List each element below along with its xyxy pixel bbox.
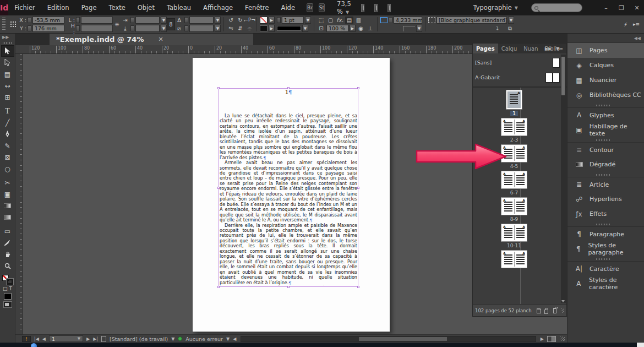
master-sans[interactable]: [Sans]	[475, 55, 560, 70]
spread-12-13-item[interactable]: A A	[473, 250, 555, 269]
line-tool[interactable]: ╱	[1, 117, 14, 128]
control-panel-menu-icon[interactable]: ▸≡	[633, 21, 640, 27]
link-scale-icon[interactable]: 8	[167, 18, 175, 30]
panel-button-glyphes[interactable]: A Glyphes	[567, 107, 644, 122]
shear-dropdown[interactable]: ▼	[215, 25, 221, 32]
shear-field[interactable]	[189, 25, 214, 32]
expand-dock-icon[interactable]: ▶▶	[0, 34, 15, 41]
scale-y-field[interactable]	[135, 25, 160, 32]
panel-button-degrade[interactable]: Dégradé	[567, 157, 644, 172]
opacity-field[interactable]: 100 %	[326, 25, 348, 32]
gradient-tool[interactable]	[1, 200, 14, 212]
quick-apply-lightning-icon[interactable]: ⚡	[624, 21, 627, 28]
search-box[interactable]	[531, 3, 582, 12]
textwrap-around-icon[interactable]: ▥	[354, 17, 363, 24]
page-1-canvas[interactable]: 1¶ La lune se détachait dans le ciel, pr…	[193, 58, 390, 332]
master-a-gabarit[interactable]: A-Gabarit	[475, 70, 560, 85]
new-page-button[interactable]	[545, 308, 548, 313]
first-page-button[interactable]: |◀	[34, 337, 39, 341]
eyedropper-tool[interactable]	[1, 237, 14, 248]
text-frame[interactable]: 1¶ La lune se détachait dans le ciel, pr…	[219, 88, 358, 287]
page-1-item[interactable]: A A 1	[473, 90, 555, 116]
collapse-dock-icon[interactable]: ◀◀	[634, 36, 641, 41]
document-tab[interactable]: *Exemple.indd @ 74% ✕	[50, 34, 253, 45]
panel-button-contour[interactable]: ≡ Contour	[567, 142, 644, 157]
formatting-affects-container-icon[interactable]: □	[3, 286, 8, 291]
y-field[interactable]: 176 mm	[32, 25, 64, 32]
scale-x-stepper[interactable]	[130, 17, 134, 23]
nuancier-panel-tab[interactable]: Nuan	[520, 44, 541, 53]
panel-button-hyperliens[interactable]: ☍ Hyperliens	[567, 192, 644, 207]
scale-y-dropdown[interactable]: ▼	[161, 25, 167, 32]
menu-fenetre[interactable]: Fenêtre	[239, 0, 275, 15]
reference-point-proxy[interactable]	[10, 21, 17, 28]
content-collector-tool[interactable]: ⊞	[1, 91, 14, 103]
fill-dropdown[interactable]: ▶	[269, 25, 275, 32]
flip-vertical-icon[interactable]: ⇵	[236, 25, 244, 32]
scroll-right-arrow[interactable]: ▶	[541, 337, 544, 341]
scale-x-dropdown[interactable]: ▼	[161, 17, 167, 24]
gradient-feather-tool[interactable]	[1, 212, 14, 223]
note-tool[interactable]: ▭	[1, 225, 14, 237]
formatting-affects-text-icon[interactable]: T	[9, 286, 13, 291]
menu-aide[interactable]: Aide	[275, 0, 301, 15]
free-transform-tool[interactable]: ▣	[1, 188, 14, 200]
menu-tableau[interactable]: Tableau	[161, 0, 197, 15]
pencil-tool[interactable]: ✎	[1, 140, 14, 151]
spread-view-icon[interactable]	[547, 336, 556, 342]
stroke-weight-stepper[interactable]	[277, 17, 281, 23]
next-page-button[interactable]: ▶	[86, 337, 90, 341]
scissors-tool[interactable]: ✂	[1, 177, 14, 188]
close-button[interactable]: ✕	[630, 3, 644, 13]
width-stepper[interactable]	[76, 17, 80, 23]
hand-tool[interactable]	[1, 248, 14, 260]
y-stepper[interactable]	[28, 25, 31, 31]
search-input[interactable]	[541, 4, 579, 12]
menu-page[interactable]: Page	[75, 0, 103, 15]
panel-button-paragraphe[interactable]: ¶ Paragraphe	[567, 226, 644, 241]
panel-button-styles-caractere[interactable]: A Styles de caractère	[567, 276, 644, 291]
textwrap-none-icon[interactable]: ▤	[345, 17, 353, 24]
gap-tool[interactable]: ↔	[1, 80, 14, 91]
rectangle-frame-tool[interactable]: ⊠	[1, 151, 14, 163]
scale-y-stepper[interactable]	[130, 25, 134, 31]
stroke-none-swatch[interactable]	[260, 17, 268, 24]
stroke-swatch[interactable]	[7, 279, 13, 285]
menu-edition[interactable]: Edition	[41, 0, 75, 15]
zoom-level-dropdown[interactable]: 73,5 %▼	[337, 0, 351, 15]
stroke-weight-dropdown[interactable]: ▼	[305, 17, 311, 24]
type-tool[interactable]: T	[1, 105, 14, 117]
stroke-style-dropdown[interactable]: ▼	[302, 25, 308, 32]
panel-expand-icon[interactable]: ▶▶	[543, 46, 554, 51]
screen-mode-dropdown[interactable]	[374, 4, 378, 12]
workspace-switcher[interactable]: Typographie▼	[473, 4, 518, 12]
panel-button-nuancier[interactable]: ▦ Nuancier	[567, 73, 644, 88]
spread-8-9-item[interactable]: A A 8-9	[473, 197, 555, 222]
error-status-text[interactable]: Aucune erreur	[185, 336, 223, 342]
menu-objet[interactable]: Objet	[132, 0, 161, 15]
width-field[interactable]	[81, 17, 113, 24]
pages-panel-tab[interactable]: Pages	[473, 44, 498, 53]
stroke-color-dropdown[interactable]: ▶	[269, 17, 275, 24]
gap-field[interactable]: 4,233 mm	[394, 17, 422, 24]
pages-panel-menu-icon[interactable]: ▼≡	[554, 46, 565, 51]
rotate-ccw-icon[interactable]: ↺	[227, 17, 235, 24]
preflight-alert-icon[interactable]: !	[22, 336, 31, 342]
stroke-style-preview[interactable]	[277, 26, 301, 31]
fill-stroke-swatches[interactable]	[2, 275, 13, 285]
minimize-button[interactable]: –	[599, 3, 613, 13]
fitting-icon[interactable]: ⊥	[366, 25, 374, 32]
x-stepper[interactable]	[28, 17, 31, 23]
clear-overrides-icon[interactable]: ⤵	[493, 25, 501, 32]
calques-panel-tab[interactable]: Calqu	[498, 44, 521, 53]
break-link-style-icon[interactable]: ⧉	[506, 25, 514, 32]
direct-selection-tool[interactable]	[1, 57, 14, 68]
rounded-corner-icon[interactable]: ▢	[326, 17, 335, 24]
panel-button-article[interactable]: ≣ Article	[567, 177, 644, 192]
screen-mode-button[interactable]	[3, 301, 12, 308]
flip-horizontal-icon[interactable]: ⇋	[227, 25, 235, 32]
effects-fx-icon[interactable]: fx.	[336, 17, 344, 24]
panel-button-bibliotheques-cc[interactable]: ◎ Bibliothèques CC	[567, 88, 644, 102]
restore-button[interactable]: ❐	[614, 3, 629, 13]
panel-grip[interactable]	[2, 18, 6, 31]
